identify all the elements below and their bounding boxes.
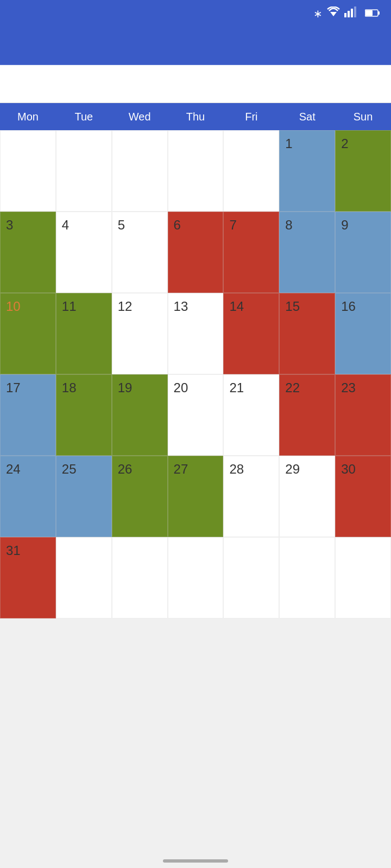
calendar-day-5[interactable]: 5 (112, 212, 168, 293)
calendar-day-7[interactable]: 7 (223, 212, 279, 293)
day-headers: MonTueWedThuFriSatSun (0, 103, 391, 130)
month-nav (0, 65, 391, 103)
empty-cell-39 (223, 537, 279, 618)
calendar-day-1[interactable]: 1 (279, 130, 335, 212)
calendar-day-11[interactable]: 11 (56, 293, 112, 374)
empty-cell-36 (56, 537, 112, 618)
calendar-day-23[interactable]: 23 (335, 374, 391, 456)
svg-rect-6 (365, 10, 373, 16)
day-header-wed: Wed (112, 103, 168, 130)
empty-cell-1 (56, 130, 112, 212)
day-header-tue: Tue (56, 103, 112, 130)
calendar-day-22[interactable]: 22 (279, 374, 335, 456)
day-header-sun: Sun (335, 103, 391, 130)
calendar-day-29[interactable]: 29 (279, 456, 335, 537)
empty-cell-37 (112, 537, 168, 618)
empty-cell-2 (112, 130, 168, 212)
empty-cell-38 (168, 537, 224, 618)
calendar-day-24[interactable]: 24 (0, 456, 56, 537)
battery-icon (365, 7, 380, 21)
calendar-day-19[interactable]: 19 (112, 374, 168, 456)
calendar-day-15[interactable]: 15 (279, 293, 335, 374)
signal-icon (344, 7, 356, 21)
bottom-area (0, 618, 391, 792)
svg-rect-7 (378, 11, 380, 15)
empty-cell-41 (335, 537, 391, 618)
home-indicator (163, 859, 228, 863)
calendar-day-28[interactable]: 28 (223, 456, 279, 537)
day-header-sat: Sat (279, 103, 335, 130)
calendar-grid: 1234567891011121314151617181920212223242… (0, 130, 391, 618)
calendar-day-9[interactable]: 9 (335, 212, 391, 293)
calendar-day-2[interactable]: 2 (335, 130, 391, 212)
calendar-day-26[interactable]: 26 (112, 456, 168, 537)
empty-cell-40 (279, 537, 335, 618)
status-bar: ∗ (0, 0, 391, 27)
day-header-thu: Thu (168, 103, 224, 130)
calendar-day-20[interactable]: 20 (168, 374, 224, 456)
calendar-day-13[interactable]: 13 (168, 293, 224, 374)
calendar-day-10[interactable]: 10 (0, 293, 56, 374)
calendar-day-12[interactable]: 12 (112, 293, 168, 374)
calendar-day-18[interactable]: 18 (56, 374, 112, 456)
calendar-day-16[interactable]: 16 (335, 293, 391, 374)
calendar-day-21[interactable]: 21 (223, 374, 279, 456)
calendar-day-27[interactable]: 27 (168, 456, 224, 537)
empty-cell-3 (168, 130, 224, 212)
empty-cell-4 (223, 130, 279, 212)
svg-rect-2 (348, 11, 350, 17)
calendar-day-4[interactable]: 4 (56, 212, 112, 293)
calendar-day-31[interactable]: 31 (0, 537, 56, 618)
calendar-day-14[interactable]: 14 (223, 293, 279, 374)
empty-cell-0 (0, 130, 56, 212)
calendar-day-30[interactable]: 30 (335, 456, 391, 537)
status-icons: ∗ (313, 7, 380, 21)
svg-marker-0 (330, 12, 337, 16)
svg-rect-3 (351, 9, 353, 17)
calendar-day-6[interactable]: 6 (168, 212, 224, 293)
wifi-icon (327, 7, 340, 21)
calendar-day-25[interactable]: 25 (56, 456, 112, 537)
day-header-mon: Mon (0, 103, 56, 130)
day-header-fri: Fri (223, 103, 279, 130)
svg-rect-4 (354, 7, 356, 17)
calendar-day-17[interactable]: 17 (0, 374, 56, 456)
svg-rect-1 (344, 13, 346, 17)
app-bar (0, 27, 391, 65)
calendar-day-8[interactable]: 8 (279, 212, 335, 293)
calendar-day-3[interactable]: 3 (0, 212, 56, 293)
bluetooth-icon: ∗ (313, 7, 323, 20)
